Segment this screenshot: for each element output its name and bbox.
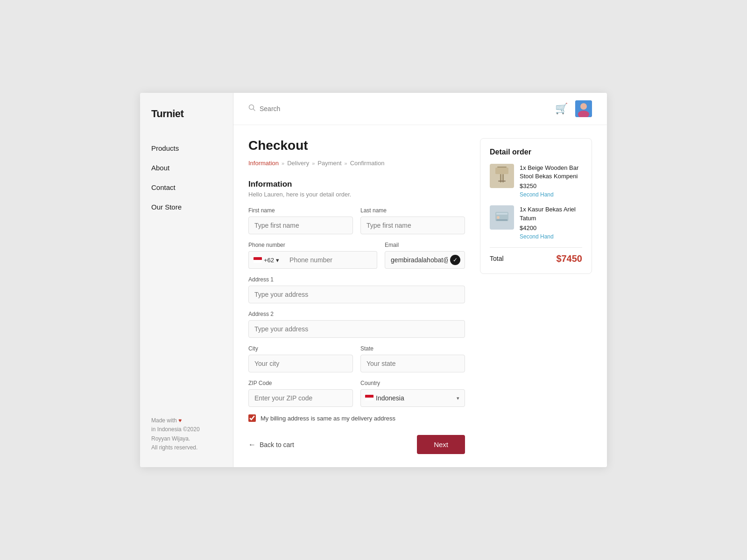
search-bar — [248, 104, 555, 113]
sidebar-footer: Made with ♥ in Indonesia ©2020 Royyan Wi… — [151, 416, 222, 452]
svg-rect-13 — [496, 219, 507, 221]
breadcrumb-sep-2: » — [312, 161, 315, 166]
order-item-1: 1x Beige Wooden Bar Stool Bekas Kompeni … — [490, 164, 582, 198]
address1-row: Address 1 — [248, 276, 465, 303]
form-actions: ← Back to cart Next — [248, 435, 465, 454]
state-group: State — [360, 345, 465, 372]
phone-number-input[interactable] — [284, 251, 377, 269]
search-icon — [248, 104, 256, 113]
svg-rect-9 — [498, 181, 506, 182]
sidebar-item-products[interactable]: Products — [151, 139, 222, 158]
phone-input-group: +62 ▾ — [248, 251, 377, 269]
sidebar-item-our-store[interactable]: Our Store — [151, 197, 222, 217]
breadcrumb-payment[interactable]: Payment — [317, 160, 341, 167]
svg-line-1 — [254, 109, 255, 111]
header: 🛒 — [233, 93, 607, 125]
billing-checkbox-label[interactable]: My billing address is same as my deliver… — [261, 415, 395, 422]
country-select[interactable]: Indonesia Malaysia Singapore — [360, 389, 465, 407]
address2-input[interactable] — [248, 320, 465, 338]
section-subtitle: Hello Lauren, here is your detail order. — [248, 191, 465, 198]
zip-label: ZIP Code — [248, 380, 353, 386]
cart-icon[interactable]: 🛒 — [555, 103, 568, 115]
back-to-cart-button[interactable]: ← Back to cart — [248, 441, 294, 449]
email-group: Email ✓ — [385, 242, 465, 269]
zip-group: ZIP Code — [248, 380, 353, 407]
email-label: Email — [385, 242, 465, 248]
order-item-1-price: $3250 — [520, 182, 582, 189]
breadcrumb-sep-3: » — [345, 161, 347, 166]
breadcrumb-information[interactable]: Information — [248, 160, 279, 167]
order-item-2: 1x Kasur Bekas Ariel Tatum $4200 Second … — [490, 205, 582, 239]
zip-country-row: ZIP Code Country Indonesia Malaysia — [248, 380, 465, 407]
sidebar: Turniet Products About Contact Our Store… — [140, 93, 233, 467]
email-input-group: ✓ — [385, 251, 465, 269]
breadcrumb-sep-1: » — [282, 161, 284, 166]
zip-input[interactable] — [248, 389, 353, 407]
address1-group: Address 1 — [248, 276, 465, 303]
last-name-label: Last name — [360, 207, 465, 214]
order-total-value: $7450 — [556, 253, 582, 264]
city-group: City — [248, 345, 353, 372]
indonesia-flag-icon — [254, 257, 262, 263]
sidebar-item-contact[interactable]: Contact — [151, 178, 222, 197]
page-title: Checkout — [248, 138, 465, 153]
country-group: Country Indonesia Malaysia Singapore ▾ — [360, 380, 465, 407]
heart-icon: ♥ — [178, 417, 182, 424]
city-label: City — [248, 345, 353, 352]
order-item-1-name: 1x Beige Wooden Bar Stool Bekas Kompeni — [520, 164, 582, 181]
email-verified-icon: ✓ — [450, 255, 460, 265]
last-name-group: Last name — [360, 207, 465, 234]
sidebar-item-about[interactable]: About — [151, 158, 222, 178]
name-row: First name Last name — [248, 207, 465, 234]
svg-point-12 — [497, 216, 500, 219]
billing-checkbox-row: My billing address is same as my deliver… — [248, 414, 465, 422]
order-item-1-info: 1x Beige Wooden Bar Stool Bekas Kompeni … — [520, 164, 582, 198]
phone-country-selector[interactable]: +62 ▾ — [248, 251, 284, 269]
breadcrumb-delivery[interactable]: Delivery — [287, 160, 309, 167]
form-area: Checkout Information » Delivery » Paymen… — [248, 138, 465, 454]
search-input[interactable] — [260, 105, 353, 112]
address1-input[interactable] — [248, 286, 465, 303]
address2-group: Address 2 — [248, 311, 465, 338]
order-detail: Detail order — [480, 138, 592, 454]
next-button[interactable]: Next — [417, 435, 465, 454]
country-label: Country — [360, 380, 465, 386]
sidebar-nav: Products About Contact Our Store — [151, 139, 222, 416]
order-item-1-tag[interactable]: Second Hand — [520, 191, 582, 198]
content-area: 🛒 Checkout Information » Delivery — [233, 93, 607, 467]
order-title: Detail order — [490, 148, 582, 156]
order-item-2-price: $4200 — [520, 224, 582, 231]
state-label: State — [360, 345, 465, 352]
avatar[interactable] — [575, 100, 592, 117]
address2-row: Address 2 — [248, 311, 465, 338]
phone-country-code: +62 — [264, 257, 274, 264]
country-select-wrap: Indonesia Malaysia Singapore ▾ — [360, 389, 465, 407]
order-divider — [490, 247, 582, 248]
city-state-row: City State — [248, 345, 465, 372]
order-total-label: Total — [490, 255, 504, 262]
back-arrow-icon: ← — [248, 441, 256, 449]
order-total-row: Total $7450 — [490, 253, 582, 264]
phone-group: Phone number +62 ▾ — [248, 242, 377, 269]
phone-dropdown-icon: ▾ — [276, 257, 279, 264]
section-title: Information — [248, 180, 465, 189]
order-item-2-image — [490, 205, 514, 230]
breadcrumb-confirmation[interactable]: Confirmation — [350, 160, 385, 167]
svg-rect-5 — [497, 167, 507, 168]
city-input[interactable] — [248, 355, 353, 372]
billing-checkbox[interactable] — [248, 414, 256, 422]
svg-rect-11 — [496, 213, 507, 215]
order-item-2-tag[interactable]: Second Hand — [520, 233, 582, 240]
last-name-input[interactable] — [360, 217, 465, 234]
back-btn-label: Back to cart — [260, 441, 294, 448]
svg-rect-6 — [495, 168, 508, 174]
phone-email-row: Phone number +62 ▾ Email — [248, 242, 465, 269]
address1-label: Address 1 — [248, 276, 465, 283]
first-name-input[interactable] — [248, 217, 353, 234]
order-item-1-image — [490, 164, 514, 188]
svg-point-3 — [580, 103, 587, 110]
first-name-group: First name — [248, 207, 353, 234]
state-input[interactable] — [360, 355, 465, 372]
first-name-label: First name — [248, 207, 353, 214]
main-container: Turniet Products About Contact Our Store… — [140, 93, 607, 467]
